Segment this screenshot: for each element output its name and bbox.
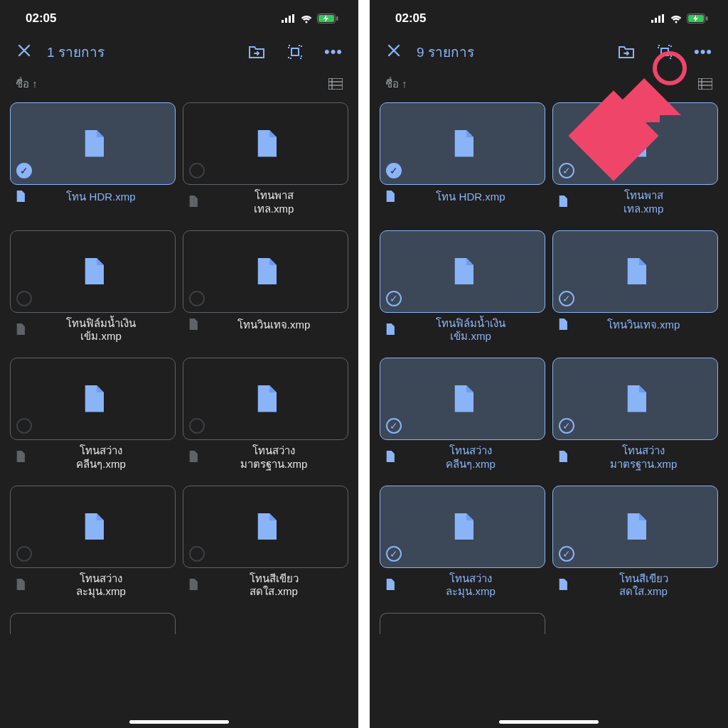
signal-icon [282,14,296,23]
file-card[interactable]: โทนสว่างละมุน.xmp [10,486,176,606]
status-bar: 02:05 [370,0,728,34]
file-card[interactable]: โทนวินเทจ.xmp [183,230,348,351]
selection-checkmark[interactable]: ✓ [16,163,32,178]
file-card[interactable]: โทนฟิล์มน้ำเงินเข้ม.xmp [10,230,176,351]
selection-checkmark[interactable]: ✓ [559,418,574,434]
selection-checkmark[interactable] [189,291,205,306]
file-thumbnail[interactable] [10,613,176,634]
file-name: โทนสีเขียวสดใส.xmp [203,572,344,599]
selection-count-label: 9 รายการ [417,41,600,63]
file-type-icon [16,191,25,205]
file-name: โทนพาสเทล.xmp [573,189,714,216]
file-thumbnail[interactable]: ✓ [380,486,545,568]
file-type-icon [16,579,25,594]
selection-checkmark[interactable]: ✓ [386,418,402,434]
file-icon [385,579,395,590]
file-icon [385,191,395,202]
file-thumbnail[interactable]: ✓ [552,358,718,440]
move-button[interactable] [614,44,638,60]
selection-checkmark[interactable] [16,291,32,306]
home-indicator[interactable] [129,720,229,724]
select-all-button[interactable] [653,44,677,60]
sort-label[interactable]: ชื่อ ↑ [16,75,38,92]
selection-checkmark[interactable] [189,163,205,178]
file-type-icon [558,579,567,594]
file-thumbnail[interactable] [10,486,176,568]
file-thumbnail[interactable] [183,102,348,185]
svg-rect-20 [698,78,712,90]
selection-checkmark[interactable] [189,546,205,562]
file-icon [16,323,25,335]
file-name: โทน HDR.xmp [31,191,171,204]
move-button[interactable] [245,44,269,60]
selection-checkmark[interactable]: ✓ [559,546,574,562]
file-card[interactable]: โทนสว่างมาตรฐาน.xmp [183,358,348,478]
file-card[interactable] [10,613,176,634]
selection-checkmark[interactable]: ✓ [386,163,402,178]
file-thumbnail[interactable]: ✓ [552,486,718,568]
file-thumbnail[interactable] [10,358,176,440]
file-thumbnail[interactable]: ✓ [10,102,176,185]
file-card[interactable]: โทนพาสเทล.xmp [183,102,348,223]
file-card[interactable]: ✓โทนสว่างละมุน.xmp [380,486,545,606]
file-thumbnail[interactable]: ✓ [380,230,545,313]
file-thumbnail[interactable] [10,230,176,313]
selection-checkmark[interactable]: ✓ [386,546,402,562]
more-options-button[interactable]: ••• [321,43,346,61]
file-thumbnail[interactable]: ✓ [380,102,545,185]
file-icon [82,385,104,412]
file-icon [188,318,198,330]
file-icon [188,196,198,207]
file-name: โทนฟิล์มน้ำเงินเข้ม.xmp [400,317,541,344]
select-all-button[interactable] [283,44,307,60]
file-thumbnail[interactable] [380,613,545,634]
file-label-row: โทนพาสเทล.xmp [183,185,348,223]
battery-charging-icon [317,14,338,23]
phone-screen-left: 02:05 1 รายการ ••• ชื่อ ↑ ✓โทน HDR.xmpโท… [0,0,358,728]
file-card[interactable]: ✓โทนพาสเทล.xmp [552,102,718,223]
file-grid: ✓โทน HDR.xmp✓โทนพาสเทล.xmp✓โทนฟิล์มน้ำเง… [370,100,728,634]
file-card[interactable]: ✓โทนสว่างมาตรฐาน.xmp [552,358,718,478]
close-selection-button[interactable] [16,42,33,62]
file-label-row: โทนสว่างละมุน.xmp [10,568,176,606]
close-selection-button[interactable] [385,42,402,62]
selection-checkmark[interactable] [16,418,32,434]
file-thumbnail[interactable]: ✓ [552,230,718,313]
selection-checkmark[interactable] [16,546,32,562]
file-card[interactable]: ✓โทน HDR.xmp [380,102,545,223]
selection-checkmark[interactable]: ✓ [386,291,402,306]
file-icon [558,451,567,462]
file-card[interactable]: ✓โทนสีเขียวสดใส.xmp [552,486,718,606]
svg-rect-8 [328,78,343,90]
file-thumbnail[interactable]: ✓ [552,102,718,185]
selection-checkmark[interactable] [189,418,205,434]
file-icon [558,196,567,207]
file-card[interactable]: โทนสีเขียวสดใส.xmp [183,486,348,606]
file-thumbnail[interactable] [183,358,348,440]
status-time: 02:05 [26,11,56,26]
view-toggle-button[interactable] [698,78,712,90]
file-thumbnail[interactable] [183,230,348,313]
file-card[interactable]: โทนสว่างคลีนๆ.xmp [10,358,176,478]
selection-checkmark[interactable]: ✓ [559,291,574,306]
file-grid: ✓โทน HDR.xmpโทนพาสเทล.xmpโทนฟิล์มน้ำเงิน… [0,100,358,634]
file-thumbnail[interactable] [183,486,348,568]
file-label-row: โทนสีเขียวสดใส.xmp [183,568,348,606]
list-view-icon [698,78,712,90]
file-name: โทนสว่างคลีนๆ.xmp [31,444,171,471]
view-toggle-button[interactable] [328,78,343,90]
file-card[interactable]: ✓โทนสว่างคลีนๆ.xmp [380,358,545,478]
file-thumbnail[interactable]: ✓ [380,358,545,440]
file-type-icon [16,323,25,338]
file-card[interactable]: ✓โทน HDR.xmp [10,102,176,223]
selection-header: 9 รายการ ••• [370,34,728,73]
more-options-button[interactable]: ••• [691,43,715,61]
file-card[interactable]: ✓โทนฟิล์มน้ำเงินเข้ม.xmp [380,230,545,351]
file-icon [558,318,567,330]
file-card[interactable]: ✓โทนวินเทจ.xmp [552,230,718,351]
file-card[interactable] [380,613,545,634]
selection-checkmark[interactable]: ✓ [559,163,574,178]
sort-label[interactable]: ชื่อ ↑ [385,75,407,92]
home-indicator[interactable] [499,720,599,724]
close-icon [387,43,401,58]
